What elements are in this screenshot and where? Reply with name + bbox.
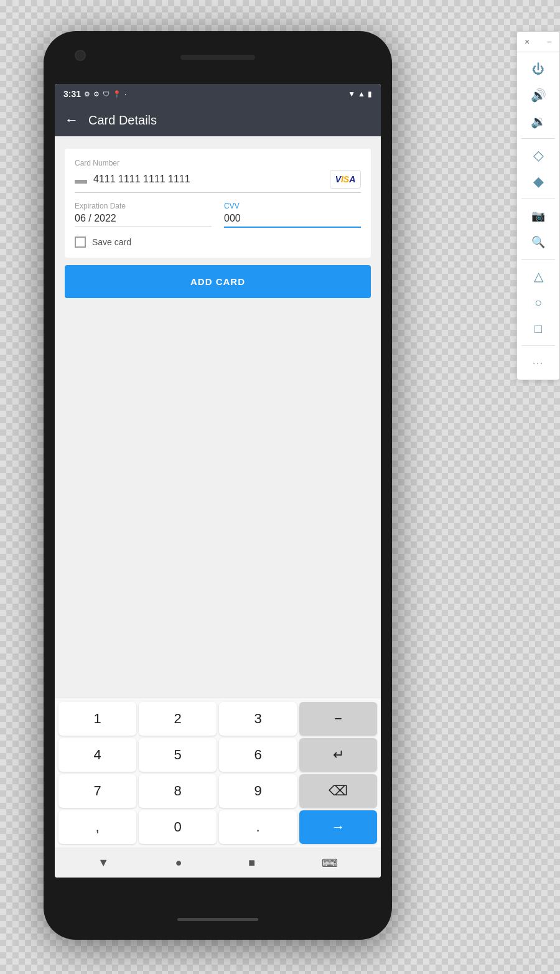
key-2[interactable]: 2	[139, 702, 217, 736]
more-options-icon[interactable]: ···	[526, 351, 550, 375]
status-settings-icon1: ⚙	[84, 90, 90, 98]
rotate-cw-icon[interactable]: ◇	[526, 144, 550, 167]
toolbar-title: Card Details	[88, 113, 157, 128]
side-panel-items: ⏻ 🔊 🔉 ◇ ◆ 📷 🔍 △ ○ □ ···	[517, 52, 559, 380]
key-minus[interactable]: −	[299, 702, 377, 736]
status-settings-icon2: ⚙	[93, 90, 100, 98]
phone-camera	[75, 50, 86, 61]
save-card-checkbox[interactable]	[75, 236, 86, 248]
save-card-row: Save card	[75, 236, 361, 248]
key-row-1: 1 2 3 −	[58, 702, 377, 736]
phone-speaker	[180, 55, 255, 60]
key-comma[interactable]: ,	[58, 810, 136, 844]
key-row-4: , 0 . →	[58, 810, 377, 844]
nav-keyboard-icon[interactable]: ⌨	[322, 856, 338, 870]
power-icon[interactable]: ⏻	[526, 57, 550, 81]
app-toolbar: ← Card Details	[55, 104, 381, 136]
cvv-field: CVV	[224, 202, 361, 228]
cvv-input[interactable]	[224, 213, 361, 228]
key-1[interactable]: 1	[58, 702, 136, 736]
cvv-label: CVV	[224, 202, 361, 210]
key-9[interactable]: 9	[219, 774, 297, 808]
expiry-field: Expiration Date	[75, 202, 212, 228]
side-panel-divider-2	[521, 199, 555, 199]
main-content: Card Number ▬ VISA Expiration	[55, 136, 381, 698]
credit-card-icon: ▬	[75, 172, 87, 187]
phone-shell: 3:31 ⚙ ⚙ 🛡 📍 · ▼ ▲ ▮ ← Card Details	[44, 31, 392, 940]
key-backspace[interactable]: ⌫	[299, 774, 377, 808]
visa-logo: VISA	[335, 174, 356, 184]
key-enter[interactable]: ↵	[299, 738, 377, 772]
key-0[interactable]: 0	[139, 810, 217, 844]
key-row-2: 4 5 6 ↵	[58, 738, 377, 772]
wifi-icon: ▼	[348, 90, 355, 98]
expiry-input[interactable]	[75, 213, 212, 227]
zoom-in-icon[interactable]: 🔍	[526, 230, 550, 254]
card-number-input[interactable]	[93, 174, 324, 185]
status-shield-icon: 🛡	[103, 90, 110, 98]
side-panel-close-button[interactable]: ×	[522, 35, 532, 48]
card-number-row: ▬ VISA	[75, 170, 361, 193]
status-bar: 3:31 ⚙ ⚙ 🛡 📍 · ▼ ▲ ▮	[55, 84, 381, 104]
card-number-label: Card Number	[75, 159, 361, 167]
phone-screen: 3:31 ⚙ ⚙ 🛡 📍 · ▼ ▲ ▮ ← Card Details	[55, 84, 381, 878]
back-nav-icon[interactable]: △	[526, 265, 550, 288]
save-card-label: Save card	[92, 237, 131, 247]
nav-recents-icon[interactable]: ■	[248, 856, 255, 869]
rotate-ccw-icon[interactable]: ◆	[526, 170, 550, 194]
status-right: ▼ ▲ ▮	[348, 90, 372, 98]
key-6[interactable]: 6	[219, 738, 297, 772]
expiry-cvv-row: Expiration Date CVV	[75, 202, 361, 228]
key-period[interactable]: .	[219, 810, 297, 844]
card-number-field: Card Number ▬ VISA	[75, 159, 361, 193]
key-5[interactable]: 5	[139, 738, 217, 772]
bottom-nav: ▼ ● ■ ⌨	[55, 848, 381, 878]
signal-icon: ▲	[358, 90, 365, 98]
card-form: Card Number ▬ VISA Expiration	[65, 149, 371, 258]
side-panel-divider-1	[521, 138, 555, 139]
expiry-label: Expiration Date	[75, 202, 212, 210]
side-panel: × − ⏻ 🔊 🔉 ◇ ◆ 📷 🔍 △ ○ □ ···	[516, 31, 560, 380]
visa-badge: VISA	[330, 170, 361, 189]
status-left: 3:31 ⚙ ⚙ 🛡 📍 ·	[63, 89, 126, 99]
home-nav-icon[interactable]: ○	[526, 291, 550, 314]
key-7[interactable]: 7	[58, 774, 136, 808]
key-4[interactable]: 4	[58, 738, 136, 772]
back-button[interactable]: ←	[65, 112, 78, 128]
status-time: 3:31	[63, 89, 81, 99]
side-panel-minimize-button[interactable]: −	[544, 35, 554, 48]
screenshot-icon[interactable]: 📷	[526, 204, 550, 228]
battery-icon: ▮	[368, 90, 372, 98]
key-3[interactable]: 3	[219, 702, 297, 736]
status-dot: ·	[124, 90, 126, 98]
key-next[interactable]: →	[299, 810, 377, 844]
volume-down-icon[interactable]: 🔉	[526, 110, 550, 133]
side-panel-divider-4	[521, 345, 555, 346]
status-location-icon: 📍	[113, 90, 121, 98]
recents-nav-icon[interactable]: □	[526, 317, 550, 340]
add-card-button[interactable]: ADD CARD	[65, 265, 371, 298]
phone-home-indicator	[177, 918, 258, 921]
key-row-3: 7 8 9 ⌫	[58, 774, 377, 808]
nav-back-icon[interactable]: ▼	[98, 856, 109, 869]
key-8[interactable]: 8	[139, 774, 217, 808]
numeric-keyboard: 1 2 3 − 4 5 6 ↵ 7 8 9 ⌫ , 0 . →	[55, 698, 381, 848]
volume-up-icon[interactable]: 🔊	[526, 83, 550, 107]
side-panel-divider-3	[521, 259, 555, 260]
side-panel-header: × −	[517, 32, 559, 52]
nav-home-icon[interactable]: ●	[175, 856, 182, 869]
